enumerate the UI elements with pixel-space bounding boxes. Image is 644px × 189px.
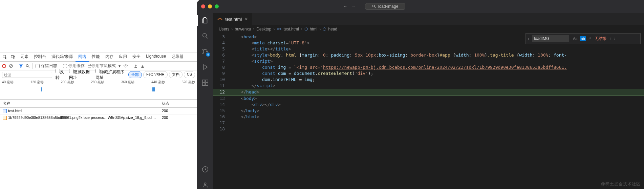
explorer-icon[interactable] <box>201 16 209 24</box>
devtools-tab[interactable]: 内存 <box>103 52 116 62</box>
filter-icon[interactable] <box>19 64 23 68</box>
minimize-window-icon[interactable] <box>208 4 212 8</box>
code-line[interactable]: 12 </head> <box>213 89 644 96</box>
match-word-icon[interactable]: ab <box>580 36 586 41</box>
filter-pill[interactable]: 文档 <box>169 71 183 78</box>
search-icon[interactable] <box>201 32 209 40</box>
code-line[interactable]: 18 <box>213 126 644 132</box>
devtools-tab[interactable]: 安全 <box>130 52 143 62</box>
find-input[interactable] <box>532 35 569 42</box>
code-editor[interactable]: 3 <head>4 <meta charset='UTF-8'>5 <title… <box>213 33 644 132</box>
editor-tab[interactable]: <> test.html ✕ <box>213 13 253 25</box>
regex-icon[interactable]: .* <box>587 36 592 41</box>
close-window-icon[interactable] <box>201 4 205 8</box>
timeline-tick: 40 毫秒 <box>2 80 14 85</box>
throttle-dropdown[interactable]: 已停用节流模式 <box>87 63 116 69</box>
code-line[interactable]: 7 <script> <box>213 58 644 64</box>
devtools-tab[interactable]: 网络 <box>76 52 89 62</box>
disable-cache-checkbox[interactable]: 停用缓存 <box>63 63 85 69</box>
breadcrumb-item[interactable]: head <box>328 27 337 31</box>
debug-icon[interactable] <box>201 63 209 71</box>
clear-icon[interactable] <box>9 64 13 68</box>
code-line[interactable]: 10 dom.innerHTML = img; <box>213 77 644 83</box>
command-center[interactable]: load-image <box>365 3 405 10</box>
code-line[interactable]: 13 <body> <box>213 96 644 102</box>
column-name[interactable]: 名称 <box>0 100 159 107</box>
inspect-icon[interactable] <box>1 54 9 61</box>
symbol-icon: <> <box>277 27 281 31</box>
network-table: 名称 状态 test.html2001b79929d90e30fe8138653… <box>0 100 197 189</box>
devtools-tab[interactable]: 应用 <box>116 52 130 62</box>
code-line[interactable]: 11 </script> <box>213 83 644 89</box>
filter-pill[interactable]: CS <box>184 71 195 78</box>
find-widget[interactable]: › Aa ab .* 无结果 ↑ ↓ <box>525 33 641 44</box>
devtools-tab[interactable]: 控制台 <box>31 52 49 62</box>
breadcrumb-item[interactable]: test.html <box>283 27 299 31</box>
filter-input[interactable] <box>2 72 52 78</box>
wifi-icon[interactable] <box>123 64 128 68</box>
code-line[interactable]: 17 <box>213 120 644 126</box>
network-timeline[interactable]: 40 毫秒120 毫秒200 毫秒280 毫秒360 毫秒440 毫秒520 毫… <box>0 79 197 100</box>
svg-rect-13 <box>206 83 208 85</box>
hide-ext-urls-checkbox[interactable]: 隐藏扩展程序网址 <box>95 69 125 81</box>
code-line[interactable]: 16 </html> <box>213 114 644 120</box>
timeline-tick: 360 毫秒 <box>121 80 134 85</box>
find-next-icon[interactable]: ↓ <box>614 36 616 41</box>
filter-pill[interactable]: Fetch/XHR <box>143 71 168 78</box>
account-icon[interactable] <box>201 165 209 173</box>
expand-replace-icon[interactable]: › <box>528 36 529 41</box>
invert-checkbox[interactable]: 反转 <box>56 69 66 81</box>
title-bar[interactable]: ← → load-image <box>197 0 644 13</box>
breadcrumb-item[interactable]: Desktop <box>256 27 271 31</box>
timeline-tick: 280 毫秒 <box>91 80 104 85</box>
column-status[interactable]: 状态 <box>159 100 197 107</box>
svg-point-4 <box>26 64 28 66</box>
devtools-tab[interactable]: 性能 <box>89 52 103 62</box>
table-row[interactable]: test.html200 <box>0 108 197 114</box>
close-tab-icon[interactable]: ✕ <box>244 17 248 22</box>
filter-pill[interactable]: 全部 <box>128 71 142 78</box>
vscode-window: ← → load-image 8 <> test.html ✕ <box>197 0 644 189</box>
page-viewport <box>0 0 197 53</box>
code-line[interactable]: 9 const dom = document.createElement('di… <box>213 70 644 77</box>
chevron-right-icon: › <box>273 27 275 31</box>
table-row[interactable]: 1b79929d90e30fe8138653a5bdff8661.png?x-b… <box>0 114 197 121</box>
breadcrumb-item[interactable]: Users <box>219 27 229 31</box>
code-line[interactable]: 6 <style>body, html {margin: 0; padding:… <box>213 52 644 58</box>
upload-icon[interactable] <box>134 64 138 68</box>
devtools-panel: 元素控制台源代码/来源网络性能内存应用安全Lighthouse记录器 保留日志 … <box>0 0 197 189</box>
code-line[interactable]: 5 <title></title> <box>213 46 644 52</box>
nav-forward-icon[interactable]: → <box>351 4 356 9</box>
preserve-log-checkbox[interactable]: 保留日志 <box>36 63 57 69</box>
network-filter-bar: 反转 隐藏数据网址 隐藏扩展程序网址 全部Fetch/XHR文档CS <box>0 70 197 79</box>
nav-back-icon[interactable]: ← <box>343 4 347 9</box>
breadcrumb-item[interactable]: buwenxu <box>235 27 251 31</box>
chevron-down-icon[interactable]: ▾ <box>119 64 121 68</box>
svg-rect-10 <box>202 80 205 82</box>
record-button[interactable] <box>2 64 6 68</box>
devtools-tab[interactable]: 元素 <box>18 52 31 62</box>
hide-data-urls-checkbox[interactable]: 隐藏数据网址 <box>69 69 92 81</box>
svg-point-5 <box>373 5 375 7</box>
svg-point-8 <box>203 53 204 54</box>
download-icon[interactable] <box>141 64 145 68</box>
search-icon[interactable] <box>26 64 30 68</box>
html-file-icon <box>3 109 7 113</box>
devtools-tab[interactable]: 记录器 <box>169 52 186 62</box>
settings-icon[interactable] <box>201 181 209 189</box>
devtools-tab[interactable]: Lighthouse <box>143 52 169 62</box>
device-toggle-icon[interactable] <box>9 54 17 61</box>
find-no-results: 无结果 <box>595 36 607 42</box>
extensions-icon[interactable] <box>201 79 209 87</box>
source-control-icon[interactable]: 8 <box>201 47 209 56</box>
devtools-tab[interactable]: 源代码/来源 <box>49 52 76 62</box>
maximize-window-icon[interactable] <box>215 4 219 8</box>
breadcrumb-item[interactable]: html <box>310 27 318 31</box>
match-case-icon[interactable]: Aa <box>572 36 578 41</box>
code-line[interactable]: 14 <div></div> <box>213 102 644 108</box>
breadcrumb[interactable]: Users›buwenxu›Desktop›<>test.html›⬡html›… <box>213 25 644 33</box>
symbol-icon: ⬡ <box>323 27 326 31</box>
find-prev-icon[interactable]: ↑ <box>609 36 611 41</box>
code-line[interactable]: 15 </body> <box>213 108 644 114</box>
code-line[interactable]: 8 const img = `<img src='https://newapp-… <box>213 64 644 70</box>
